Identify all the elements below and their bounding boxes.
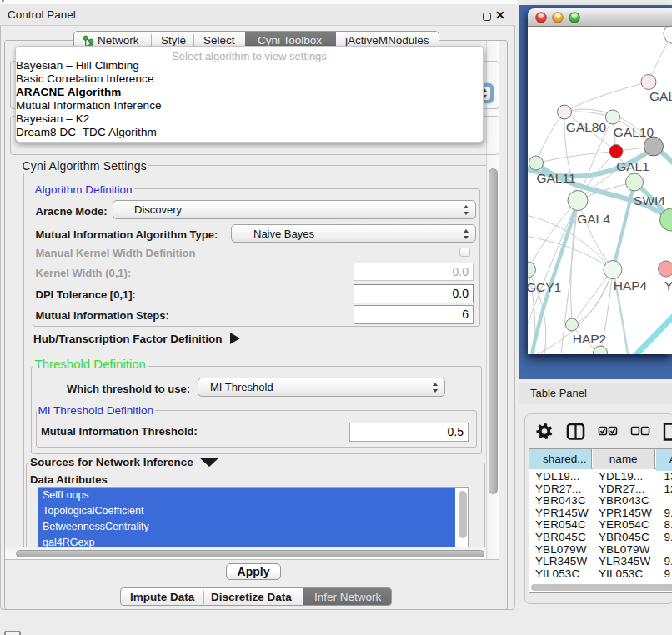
svg-text:GAL4: GAL4 xyxy=(577,211,610,225)
svg-text:GAL: GAL xyxy=(649,89,672,103)
svg-text:SWI4: SWI4 xyxy=(634,192,665,207)
svg-text:GAL11: GAL11 xyxy=(536,170,575,184)
svg-text:Y: Y xyxy=(664,278,672,292)
svg-text:GCY1: GCY1 xyxy=(528,279,561,293)
svg-text:GAL80: GAL80 xyxy=(566,119,607,133)
svg-text:HAP2: HAP2 xyxy=(573,331,607,345)
svg-text:HAP4: HAP4 xyxy=(614,278,648,292)
svg-text:GAL10: GAL10 xyxy=(614,124,654,138)
svg-text:GAL1: GAL1 xyxy=(616,158,649,172)
